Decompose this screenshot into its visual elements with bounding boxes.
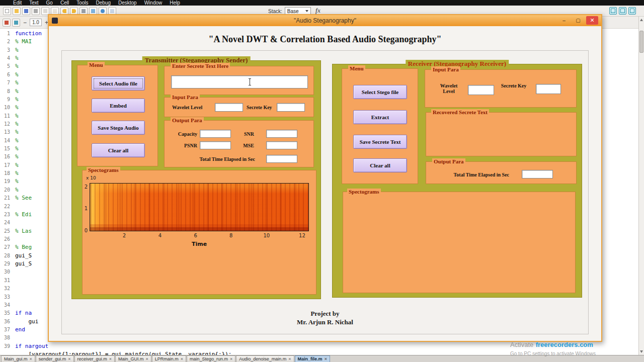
close-panel-icon[interactable]	[628, 7, 636, 15]
file-tab[interactable]: Main_gui.m ×	[1, 355, 35, 362]
cell-divide-value[interactable]: 1.0	[30, 19, 42, 26]
dock-editor-icon[interactable]	[619, 7, 626, 15]
code-text: %	[15, 129, 19, 135]
grid-layout-icon[interactable]	[609, 7, 617, 15]
tab-close-icon[interactable]: ×	[30, 356, 32, 361]
x-axis-label: Time	[90, 241, 309, 247]
footer: Project by Mr. Arjun R. Nichal	[61, 309, 589, 326]
secrete-key-label-receiver: Secrete Key	[500, 83, 528, 88]
publish-icon[interactable]	[12, 19, 20, 27]
tab-close-icon[interactable]: ×	[288, 356, 291, 361]
line-number: 37	[0, 327, 10, 332]
select-stego-file-button[interactable]: Select Stego file	[353, 85, 407, 99]
x-tick-label: 2	[123, 233, 126, 238]
tab-close-icon[interactable]: ×	[325, 356, 327, 361]
clear-all-button-transmitter[interactable]: Clear all	[92, 143, 145, 157]
save-stego-audio-button[interactable]: Save Stego Audio	[92, 121, 145, 135]
mse-input[interactable]	[266, 141, 297, 149]
tab-close-icon[interactable]: ×	[230, 356, 232, 361]
time-elapsed-input[interactable]	[266, 155, 297, 163]
y-axis-scale-label: x 10	[86, 175, 96, 180]
code-text: %	[15, 104, 19, 111]
file-tab[interactable]: receiver_gui.m ×	[74, 355, 115, 362]
file-tab[interactable]: LPRmain.m ×	[152, 355, 186, 362]
minimize-button[interactable]: –	[558, 16, 570, 25]
cut-icon[interactable]	[32, 7, 40, 15]
open-file-icon[interactable]	[13, 7, 21, 15]
recorder-brand-text: freerecorders.com	[536, 341, 593, 348]
menu-item[interactable]: Text	[29, 0, 38, 6]
editor-scrollbar[interactable]	[638, 17, 644, 355]
file-tab[interactable]: main_Stego_run.m ×	[187, 355, 235, 362]
code-text: %	[15, 153, 19, 160]
code-text: %	[15, 145, 19, 152]
line-number: 23	[0, 212, 10, 217]
file-tab[interactable]: sender_gui.m ×	[36, 355, 74, 362]
receiver-panel: Receiver (Steganography Receiver) Menu S…	[332, 64, 582, 298]
receiver-output-para-panel: Output Para Total Time Elapsed in Sec	[426, 161, 577, 184]
transmitter-menu-panel: Menu Select Audio file Embed Save Stego …	[77, 65, 158, 166]
maximize-button[interactable]: ▢	[572, 16, 584, 25]
secrete-key-input-receiver[interactable]	[536, 84, 561, 94]
line-number: 26	[0, 236, 10, 242]
decrease-value-icon[interactable]: −	[22, 19, 28, 26]
scroll-thumb[interactable]	[639, 31, 643, 53]
tab-close-icon[interactable]: ×	[181, 356, 183, 361]
receiver-input-para-label: Input Para	[431, 66, 460, 72]
menu-item[interactable]: Window	[144, 0, 163, 6]
save-secrete-text-button[interactable]: Save Secrete Text	[353, 135, 407, 149]
extract-button[interactable]: Extract	[353, 110, 407, 124]
line-number: 30	[0, 269, 10, 275]
code-text: %	[15, 79, 19, 86]
code-text: function	[15, 30, 42, 37]
activate-windows-text: Activate	[510, 341, 533, 348]
wavelet-level-input[interactable]	[215, 103, 243, 112]
window-titlebar[interactable]: "Audio Steganography" – ▢ ✕	[49, 15, 601, 26]
line-number: 16	[0, 154, 10, 159]
save-icon[interactable]	[22, 7, 30, 15]
secret-text-input[interactable]	[171, 75, 308, 88]
fx-icon[interactable]: fx	[315, 7, 320, 15]
insert-cell-icon[interactable]	[3, 19, 11, 27]
file-tab[interactable]: Main_GUI.m ×	[115, 355, 151, 362]
tab-close-icon[interactable]: ×	[109, 356, 112, 361]
line-number: 38	[0, 335, 10, 340]
menu-item[interactable]: Tools	[76, 0, 88, 6]
line-number: 1	[0, 31, 10, 36]
line-number: 31	[0, 278, 10, 283]
menu-item[interactable]: Edit	[13, 0, 22, 6]
scroll-down-icon[interactable]	[640, 350, 643, 353]
line-number: 4	[0, 55, 10, 61]
capacity-input[interactable]	[200, 130, 231, 138]
tab-close-icon[interactable]: ×	[145, 356, 148, 361]
secrete-key-input[interactable]	[277, 103, 305, 112]
code-text: % Las	[15, 228, 32, 234]
line-number: 14	[0, 138, 10, 143]
close-button[interactable]: ✕	[586, 16, 598, 25]
menu-item[interactable]: Debug	[96, 0, 111, 6]
transmitter-menu-label: Menu	[88, 62, 105, 68]
time-elapsed-input-receiver[interactable]	[522, 170, 553, 178]
line-number: 10	[0, 105, 10, 110]
file-tab[interactable]: Audio_denoise_main.m ×	[236, 355, 294, 362]
menu-item[interactable]: Desktop	[118, 0, 137, 6]
line-number: 35	[0, 310, 10, 316]
select-audio-file-button[interactable]: Select Audio file	[92, 76, 145, 90]
psnr-input[interactable]	[200, 141, 231, 149]
file-tab[interactable]: Main_file.m ×	[295, 355, 330, 362]
clear-all-button-receiver[interactable]: Clear all	[353, 158, 407, 172]
menu-item[interactable]: Help	[170, 0, 180, 6]
embed-button[interactable]: Embed	[92, 99, 145, 113]
audio-steganography-window: "Audio Steganography" – ▢ ✕ "A Novel DWT…	[48, 14, 602, 342]
new-file-icon[interactable]	[3, 7, 11, 15]
wavelet-level-input-receiver[interactable]	[468, 85, 494, 95]
time-elapsed-label-receiver: Total Time Elapsed in Sec	[446, 172, 509, 177]
tab-close-icon[interactable]: ×	[68, 356, 70, 361]
y-tick-label: 0	[85, 228, 88, 233]
snr-input[interactable]	[266, 130, 297, 138]
code-text: %	[15, 113, 19, 119]
stack-value: Base	[287, 9, 299, 14]
menu-item[interactable]: Cell	[60, 0, 69, 6]
menu-item[interactable]: Go	[46, 0, 53, 6]
scroll-up-icon[interactable]	[640, 19, 643, 21]
